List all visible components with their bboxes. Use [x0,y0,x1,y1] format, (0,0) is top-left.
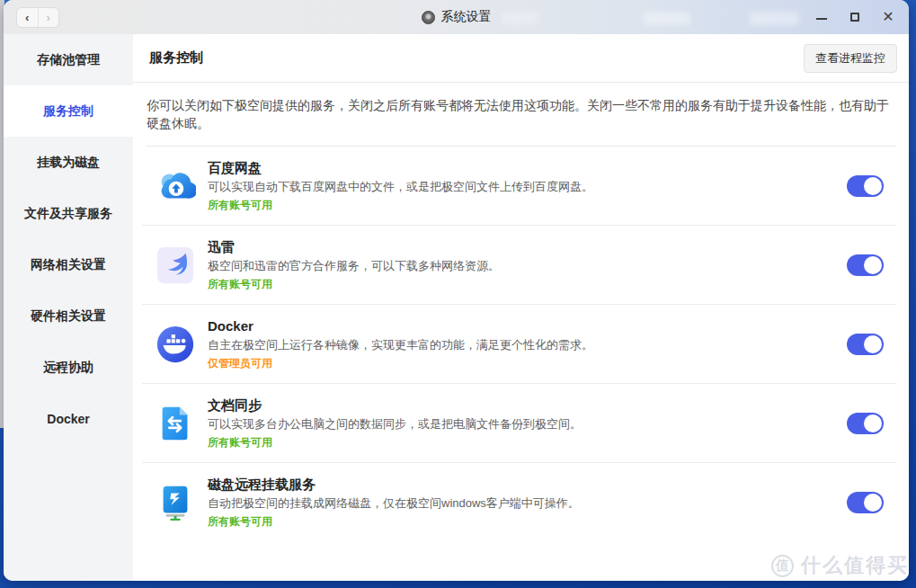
page-title: 服务控制 [149,49,203,67]
service-description: 极空间和迅雷的官方合作服务，可以下载多种网络资源。 [208,258,847,274]
system-settings-window: ‹ › 系统设置 ✕ 存储池管理 服务控制 挂载为磁盘 文件及共享服务 网络相关… [4,0,909,581]
close-button[interactable]: ✕ [880,9,896,25]
service-row-remote-mount: 磁盘远程挂载服务 自动把极空间的挂载成网络磁盘，仅在极空间windows客户端中… [142,462,896,541]
sidebar-item-hardware-settings[interactable]: 硬件相关设置 [4,290,133,342]
service-availability-badge: 仅管理员可用 [208,356,847,370]
background-blur-artifact [644,12,690,25]
sidebar-item-service-control[interactable]: 服务控制 [4,85,133,137]
window-controls: ✕ [814,0,896,34]
remote-mount-icon [155,482,196,523]
docker-icon [155,324,196,365]
doc-sync-icon [155,403,196,444]
service-availability-badge: 所有账号可用 [208,514,847,529]
service-control-description: 你可以关闭如下极空间提供的服务，关闭之后所有账号都将无法使用这项功能。关闭一些不… [133,83,909,146]
service-list: 百度网盘 可以实现自动下载百度网盘中的文件，或是把极空间文件上传到百度网盘。 所… [133,147,909,581]
settings-gear-icon [422,11,435,24]
settings-sidebar: 存储池管理 服务控制 挂载为磁盘 文件及共享服务 网络相关设置 硬件相关设置 远… [4,34,133,581]
service-toggle-xunlei[interactable] [847,254,884,276]
window-title-group: 系统设置 [422,9,492,25]
background-blur-artifact [750,12,799,25]
service-row-doc-sync: 文档同步 可以实现多台办公电脑之间的数据同步，或是把电脑文件备份到极空间。 所有… [142,383,896,462]
service-row-baidu-netdisk: 百度网盘 可以实现自动下载百度网盘中的文件，或是把极空间文件上传到百度网盘。 所… [142,147,896,225]
service-description: 可以实现自动下载百度网盘中的文件，或是把极空间文件上传到百度网盘。 [208,179,847,195]
sidebar-item-storage-pool[interactable]: 存储池管理 [4,34,133,85]
baidu-netdisk-icon [155,165,196,207]
background-blur-artifact [502,12,538,25]
service-name: 迅雷 [208,238,847,255]
sidebar-item-remote-assist[interactable]: 远程协助 [4,342,133,393]
service-toggle-baidu-netdisk[interactable] [847,175,884,197]
service-description: 可以实现多台办公电脑之间的数据同步，或是把电脑文件备份到极空间。 [208,416,847,432]
window-title: 系统设置 [441,9,492,25]
minimize-button[interactable] [814,9,830,25]
service-availability-badge: 所有账号可用 [208,277,847,291]
service-availability-badge: 所有账号可用 [208,198,847,212]
sidebar-item-mount-as-disk[interactable]: 挂载为磁盘 [4,137,133,188]
service-control-panel: 服务控制 查看进程监控 你可以关闭如下极空间提供的服务，关闭之后所有账号都将无法… [133,34,909,581]
nav-button-group: ‹ › [16,7,59,28]
service-toggle-remote-mount[interactable] [847,492,884,513]
service-toggle-doc-sync[interactable] [847,413,884,434]
maximize-button[interactable] [847,9,863,25]
service-name: 百度网盘 [208,159,847,176]
service-availability-badge: 所有账号可用 [208,435,847,450]
sidebar-item-docker[interactable]: Docker [4,393,133,444]
service-description: 自动把极空间的挂载成网络磁盘，仅在极空间windows客户端中可操作。 [208,495,847,512]
forward-button[interactable]: › [38,8,59,27]
view-process-monitor-button[interactable]: 查看进程监控 [804,44,897,73]
service-name: 文档同步 [208,396,847,414]
xunlei-icon [155,245,196,286]
service-row-docker: Docker 自主在极空间上运行各种镜像，实现更丰富的功能，满足更个性化的需求。… [142,304,896,383]
sidebar-item-file-sharing[interactable]: 文件及共享服务 [4,188,133,239]
title-bar: ‹ › 系统设置 ✕ [4,0,909,34]
back-button[interactable]: ‹ [17,8,38,27]
service-row-xunlei: 迅雷 极空间和迅雷的官方合作服务，可以下载多种网络资源。 所有账号可用 [142,225,896,304]
service-toggle-docker[interactable] [847,334,884,355]
service-name: 磁盘远程挂载服务 [208,476,847,493]
service-name: Docker [208,317,847,334]
content-header: 服务控制 查看进程监控 [133,34,909,83]
sidebar-item-network-settings[interactable]: 网络相关设置 [4,239,133,290]
service-description: 自主在极空间上运行各种镜像，实现更丰富的功能，满足更个性化的需求。 [208,337,847,353]
